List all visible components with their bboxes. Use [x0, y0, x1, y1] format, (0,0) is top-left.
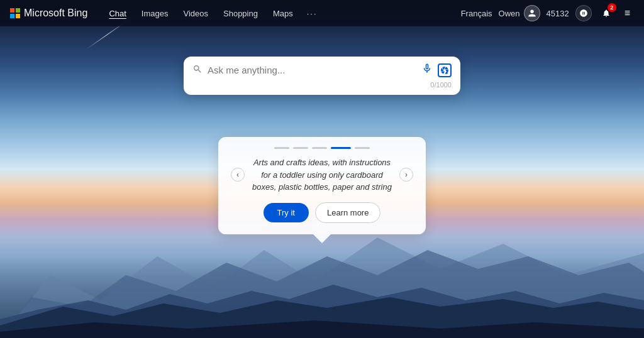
nav-links: Chat Images Videos Shopping Maps ··· [103, 6, 455, 21]
microphone-btn[interactable] [421, 63, 433, 77]
char-counter: 0/1000 [192, 81, 452, 89]
suggestion-card: ‹ Arts and crafts ideas, with instructio… [218, 137, 426, 234]
search-input[interactable] [208, 65, 416, 75]
navbar: Microsoft Bing Chat Images Videos Shoppi… [0, 0, 644, 26]
dot-2[interactable] [293, 147, 308, 149]
try-it-button[interactable]: Try it [264, 203, 309, 222]
nav-images[interactable]: Images [135, 6, 175, 21]
learn-more-button[interactable]: Learn more [315, 202, 380, 223]
dot-5[interactable] [355, 147, 370, 149]
nav-user[interactable]: Owen [499, 5, 540, 21]
nav-right: Français Owen 45132 2 ≡ [461, 5, 634, 21]
nav-language[interactable]: Français [461, 9, 492, 18]
search-input-row [192, 63, 452, 77]
brand-logo[interactable]: Microsoft Bing [10, 8, 87, 19]
nav-score[interactable]: 45132 [547, 9, 569, 18]
suggestion-text: Arts and crafts ideas, with instructions… [248, 156, 396, 194]
nav-maps[interactable]: Maps [267, 6, 299, 21]
brand-name: Microsoft Bing [24, 8, 87, 19]
search-icon [192, 64, 203, 77]
notification-badge: 2 [608, 3, 616, 12]
user-icon [528, 9, 536, 18]
search-box: 0/1000 [184, 57, 460, 95]
next-arrow[interactable]: › [399, 168, 413, 182]
suggestion-actions: Try it Learn more [231, 202, 413, 223]
dot-3[interactable] [312, 147, 327, 149]
dot-4-active[interactable] [331, 147, 351, 149]
nav-avatar[interactable] [524, 5, 540, 21]
nav-more[interactable]: ··· [302, 6, 323, 21]
microsoft-icon [10, 8, 20, 18]
nav-username: Owen [499, 9, 520, 18]
visual-search-btn[interactable] [438, 63, 452, 77]
suggestion-nav: ‹ Arts and crafts ideas, with instructio… [231, 156, 413, 194]
dot-1[interactable] [274, 147, 289, 149]
nav-videos[interactable]: Videos [177, 6, 214, 21]
menu-btn[interactable]: ≡ [621, 6, 634, 20]
prev-arrow[interactable]: ‹ [231, 168, 245, 182]
rewards-icon [579, 9, 588, 18]
nav-chat[interactable]: Chat [103, 6, 132, 21]
search-container: 0/1000 [184, 57, 460, 95]
notifications-btn[interactable]: 2 [598, 5, 614, 21]
slide-dots [231, 147, 413, 149]
rewards-icon-btn[interactable] [575, 5, 592, 21]
svg-marker-4 [0, 320, 644, 338]
nav-shopping[interactable]: Shopping [217, 6, 264, 21]
